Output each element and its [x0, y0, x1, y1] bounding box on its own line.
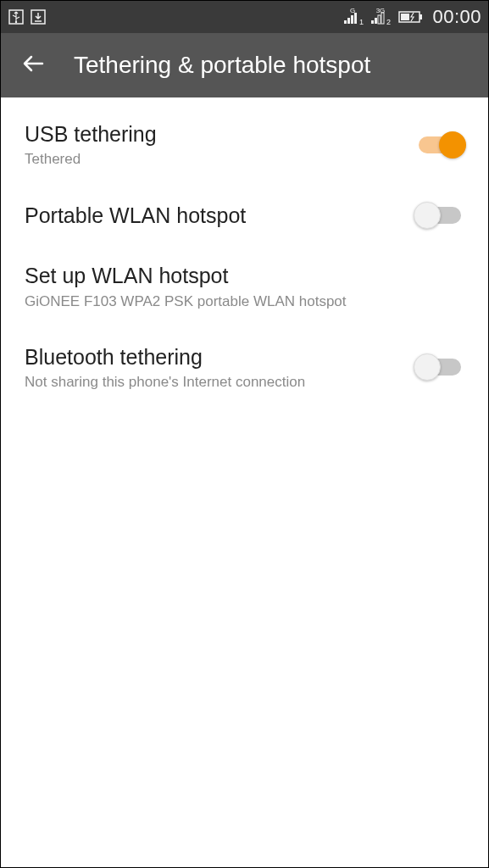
usb-icon	[8, 8, 25, 25]
setup-wlan-hotspot-subtitle: GiONEE F103 WPA2 PSK portable WLAN hotsp…	[25, 293, 464, 310]
portable-wlan-hotspot-toggle[interactable]	[415, 202, 464, 229]
signal-2-icon: 3G 2	[370, 8, 393, 25]
setup-wlan-hotspot-title: Set up WLAN hotspot	[25, 263, 464, 289]
svg-rect-18	[401, 14, 409, 20]
portable-wlan-hotspot-title: Portable WLAN hotspot	[25, 203, 415, 229]
svg-point-1	[15, 21, 17, 23]
svg-text:1: 1	[359, 18, 364, 25]
usb-tethering-toggle[interactable]	[415, 131, 464, 159]
svg-rect-13	[378, 15, 381, 24]
svg-text:2: 2	[386, 18, 391, 25]
portable-wlan-hotspot-row[interactable]: Portable WLAN hotspot	[1, 185, 488, 246]
bluetooth-tethering-title: Bluetooth tethering	[25, 344, 415, 370]
svg-rect-12	[375, 18, 377, 24]
settings-list: USB tethering Tethered Portable WLAN hot…	[1, 97, 488, 867]
svg-rect-6	[347, 18, 350, 24]
setup-wlan-hotspot-row[interactable]: Set up WLAN hotspot GiONEE F103 WPA2 PSK…	[1, 246, 488, 326]
svg-rect-7	[351, 15, 353, 24]
usb-tethering-row[interactable]: USB tethering Tethered	[1, 104, 488, 185]
usb-tethering-subtitle: Tethered	[25, 151, 415, 168]
svg-rect-11	[371, 20, 374, 24]
battery-icon	[398, 10, 424, 24]
status-bar: G 1 3G 2	[1, 1, 488, 33]
header-bar: Tethering & portable hotspot	[1, 33, 488, 97]
bluetooth-tethering-toggle[interactable]	[415, 353, 464, 381]
download-icon	[30, 8, 47, 25]
svg-rect-17	[420, 14, 422, 19]
status-clock: 00:00	[432, 6, 481, 28]
svg-rect-5	[344, 20, 347, 24]
signal-1-icon: G 1	[342, 8, 364, 25]
back-button[interactable]	[16, 48, 50, 82]
svg-rect-8	[354, 13, 357, 24]
back-arrow-icon	[20, 51, 46, 80]
bluetooth-tethering-subtitle: Not sharing this phone's Internet connec…	[25, 374, 415, 391]
usb-tethering-title: USB tethering	[25, 121, 415, 147]
bluetooth-tethering-row[interactable]: Bluetooth tethering Not sharing this pho…	[1, 327, 488, 408]
page-title: Tethering & portable hotspot	[74, 52, 370, 79]
